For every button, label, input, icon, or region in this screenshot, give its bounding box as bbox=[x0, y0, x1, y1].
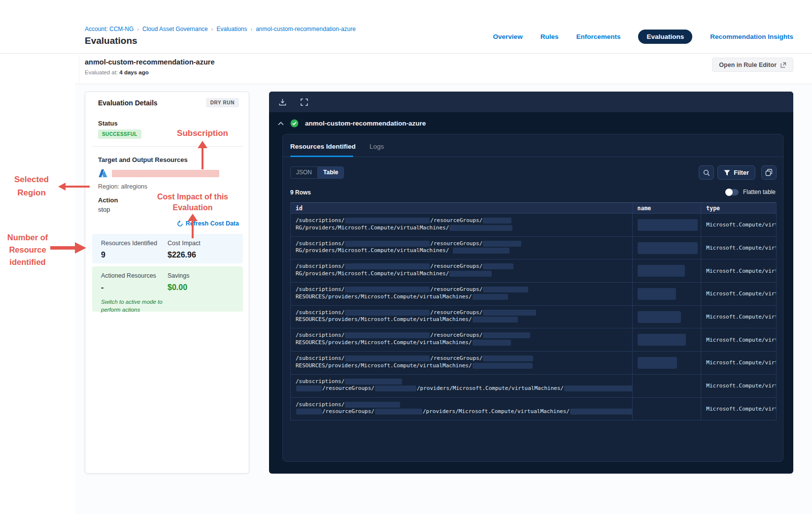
nav-enforcements[interactable]: Enforcements bbox=[576, 33, 620, 40]
actioned-resources-value: - bbox=[101, 283, 156, 292]
resource-id-text: /resourceGroups/ bbox=[430, 332, 482, 338]
results-toolbar bbox=[269, 92, 793, 112]
redacted-value bbox=[483, 355, 533, 361]
resources-cost-stat-box: Resources Identified 9 Cost Impact $226.… bbox=[92, 234, 243, 263]
savings-stat: Savings $0.00 bbox=[168, 272, 189, 292]
cell-id: /subscriptions//resourceGroups//provider… bbox=[291, 398, 632, 420]
cell-type: Microsoft.Compute/virtu bbox=[701, 283, 776, 305]
tab-logs[interactable]: Logs bbox=[370, 143, 384, 150]
cell-type: Microsoft.Compute/virtu bbox=[701, 398, 776, 420]
annotation-number-line2: Resource bbox=[0, 244, 55, 256]
annotation-cost-impact-line1: Cost Impact of this bbox=[146, 192, 239, 202]
cell-id: /subscriptions//resourceGroups/RESOURCES… bbox=[291, 306, 632, 328]
resource-id-text: RESOURCES/providers/Microsoft.Compute/vi… bbox=[296, 339, 472, 346]
flatten-table-toggle[interactable] bbox=[725, 189, 739, 195]
dry-run-badge: DRY RUN bbox=[206, 98, 239, 107]
filter-button[interactable]: Filter bbox=[717, 165, 755, 180]
redacted-name bbox=[638, 265, 685, 277]
region-text: Region: allregions bbox=[98, 183, 147, 190]
filter-icon bbox=[724, 170, 730, 176]
resource-id-text: /subscriptions/ bbox=[296, 217, 344, 224]
redacted-value bbox=[345, 263, 430, 269]
refresh-icon bbox=[177, 221, 183, 227]
redacted-value bbox=[564, 386, 632, 391]
search-icon bbox=[703, 169, 710, 176]
column-header-name[interactable]: name bbox=[632, 203, 701, 213]
resource-id-text: /resourceGroups/ bbox=[430, 217, 482, 224]
redacted-value bbox=[345, 379, 402, 385]
redacted-value bbox=[296, 386, 322, 391]
rows-count: 9 Rows bbox=[290, 189, 311, 196]
result-header[interactable]: anmol-custom-recommendation-azure bbox=[278, 119, 426, 128]
switch-mode-note-line2: perform actions bbox=[101, 306, 163, 314]
redacted-value bbox=[453, 248, 509, 254]
annotation-number-line1: Number of bbox=[0, 231, 55, 244]
table-row: /subscriptions//resourceGroups/RG/provid… bbox=[291, 214, 776, 237]
status-badge: SUCCESSFUL bbox=[98, 129, 141, 139]
download-icon[interactable] bbox=[275, 95, 289, 109]
evaluated-at-label: Evaluated at: bbox=[85, 69, 118, 75]
results-panel: anmol-custom-recommendation-azure Resour… bbox=[269, 92, 793, 474]
redacted-name bbox=[638, 334, 686, 346]
breadcrumb: Account: CCM-NG › Cloud Asset Governance… bbox=[85, 26, 356, 32]
action-label: Action bbox=[98, 196, 118, 204]
resource-id-text: RG/providers/Microsoft.Compute/virtualMa… bbox=[296, 247, 452, 254]
cell-id: /subscriptions//resourceGroups/RG/provid… bbox=[291, 214, 632, 236]
table-row: /subscriptions//resourceGroups/RESOURCES… bbox=[291, 352, 776, 375]
cell-id: /subscriptions//resourceGroups/RG/provid… bbox=[291, 237, 632, 259]
switch-mode-note: Switch to active mode to perform actions bbox=[101, 298, 163, 314]
redacted-value bbox=[473, 294, 508, 300]
breadcrumb-evaluations[interactable]: Evaluations bbox=[216, 26, 247, 32]
nav-rules[interactable]: Rules bbox=[541, 33, 559, 40]
annotation-cost-impact-line2: Evaluation bbox=[146, 202, 239, 213]
resource-id-text: /subscriptions/ bbox=[296, 263, 344, 269]
annotation-arrow-number-identified bbox=[50, 241, 87, 254]
resources-identified-label: Resources Identified bbox=[101, 240, 157, 247]
evaluated-at-value: 4 days ago bbox=[119, 69, 148, 75]
breadcrumb-current[interactable]: anmol-custom-recommendation-azure bbox=[256, 26, 356, 32]
table-row: /subscriptions//resourceGroups/RESOURCES… bbox=[291, 306, 776, 329]
resource-id-text: RESOURCES/providers/Microsoft.Compute/vi… bbox=[296, 316, 472, 322]
resource-id-text: /resourceGroups/ bbox=[430, 240, 482, 247]
breadcrumb-account[interactable]: Account: CCM-NG bbox=[85, 26, 134, 32]
copy-button[interactable] bbox=[761, 165, 777, 180]
table-row: /subscriptions//resourceGroups//provider… bbox=[291, 398, 776, 421]
annotation-number-line3: identified bbox=[0, 256, 55, 268]
cell-type: Microsoft.Compute/virtu bbox=[701, 375, 776, 397]
resource-id-text: /resourceGroups/ bbox=[430, 286, 482, 292]
page-title: Evaluations bbox=[85, 35, 137, 46]
resource-id-text: /resourceGroups/ bbox=[430, 263, 482, 269]
nav-overview[interactable]: Overview bbox=[493, 33, 523, 40]
redacted-name bbox=[638, 288, 676, 300]
redacted-value bbox=[345, 355, 430, 361]
breadcrumb-separator: › bbox=[251, 26, 253, 32]
resource-id-text: RG/providers/Microsoft.Compute/virtualMa… bbox=[296, 270, 449, 277]
nav-evaluations[interactable]: Evaluations bbox=[638, 30, 692, 44]
column-header-id[interactable]: id bbox=[291, 203, 632, 213]
redacted-name bbox=[638, 357, 677, 369]
nav-recommendation-insights[interactable]: Recommendation Insights bbox=[710, 33, 793, 40]
result-tabs: Resources Identified Logs bbox=[283, 134, 783, 157]
search-button[interactable] bbox=[699, 165, 714, 180]
cost-impact-label: Cost Impact bbox=[168, 240, 201, 247]
view-table-button[interactable]: Table bbox=[317, 167, 343, 178]
open-rule-editor-button[interactable]: Open in Rule Editor bbox=[712, 58, 793, 72]
cell-name bbox=[632, 237, 701, 259]
tab-resources-identified[interactable]: Resources Identified bbox=[290, 143, 356, 150]
redacted-value bbox=[483, 332, 530, 338]
redacted-value bbox=[483, 310, 536, 316]
redacted-name bbox=[638, 242, 698, 254]
resource-id-text: RG/providers/Microsoft.Compute/virtualMa… bbox=[296, 225, 449, 231]
fullscreen-icon[interactable] bbox=[297, 95, 311, 109]
view-json-button[interactable]: JSON bbox=[291, 167, 317, 178]
redacted-name bbox=[638, 311, 681, 323]
table-row: /subscriptions//resourceGroups/RESOURCES… bbox=[291, 328, 776, 352]
annotation-selected-region-line1: Selected bbox=[3, 173, 60, 186]
cell-type: Microsoft.Compute/virtu bbox=[701, 259, 776, 282]
cell-name bbox=[632, 352, 701, 374]
resource-id-text: /resourceGroups/ bbox=[322, 408, 374, 415]
breadcrumb-governance[interactable]: Cloud Asset Governance bbox=[142, 26, 208, 32]
cell-type: Microsoft.Compute/virtu bbox=[701, 237, 776, 259]
chevron-up-icon[interactable] bbox=[278, 122, 284, 126]
column-header-type[interactable]: type bbox=[701, 203, 776, 213]
